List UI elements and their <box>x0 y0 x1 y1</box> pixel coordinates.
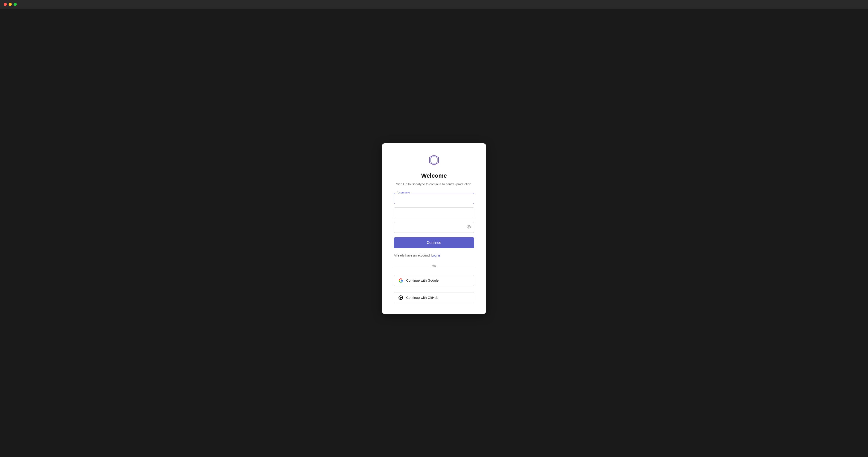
page-title: Welcome <box>421 172 447 179</box>
sonatype-logo <box>428 154 440 166</box>
google-icon <box>399 278 403 283</box>
login-link[interactable]: Log in <box>431 253 440 257</box>
page-subtitle: Sign Up to Sonatype to continue to centr… <box>396 182 472 187</box>
signup-card: Welcome Sign Up to Sonatype to continue … <box>382 143 486 314</box>
continue-button[interactable]: Continue <box>394 237 474 248</box>
google-button-label: Continue with Google <box>406 278 438 282</box>
signup-form: Username Continue Already have an accoun… <box>394 193 474 303</box>
svg-point-2 <box>468 226 469 227</box>
close-button[interactable] <box>4 3 7 6</box>
titlebar <box>0 0 868 8</box>
show-password-icon[interactable] <box>467 224 471 230</box>
already-account-text: Already have an account? <box>394 253 430 257</box>
password-field-wrapper <box>394 222 474 233</box>
github-icon <box>399 296 403 300</box>
username-input[interactable] <box>394 193 474 204</box>
password-input[interactable] <box>394 222 474 233</box>
continue-with-github-button[interactable]: Continue with GitHub <box>394 292 474 303</box>
or-text: OR <box>432 265 436 268</box>
username-field-wrapper: Username <box>394 193 474 204</box>
email-field-wrapper <box>394 208 474 218</box>
divider-line-right <box>439 266 474 266</box>
maximize-button[interactable] <box>13 3 17 6</box>
logo-container <box>428 154 440 167</box>
continue-with-google-button[interactable]: Continue with Google <box>394 275 474 286</box>
svg-marker-1 <box>430 156 438 164</box>
divider-line-left <box>394 266 429 266</box>
minimize-button[interactable] <box>8 3 12 6</box>
login-link-row: Already have an account? Log in <box>394 253 474 257</box>
github-button-label: Continue with GitHub <box>406 296 438 300</box>
svg-marker-0 <box>430 155 438 165</box>
email-input[interactable] <box>394 208 474 218</box>
or-divider: OR <box>394 265 474 268</box>
